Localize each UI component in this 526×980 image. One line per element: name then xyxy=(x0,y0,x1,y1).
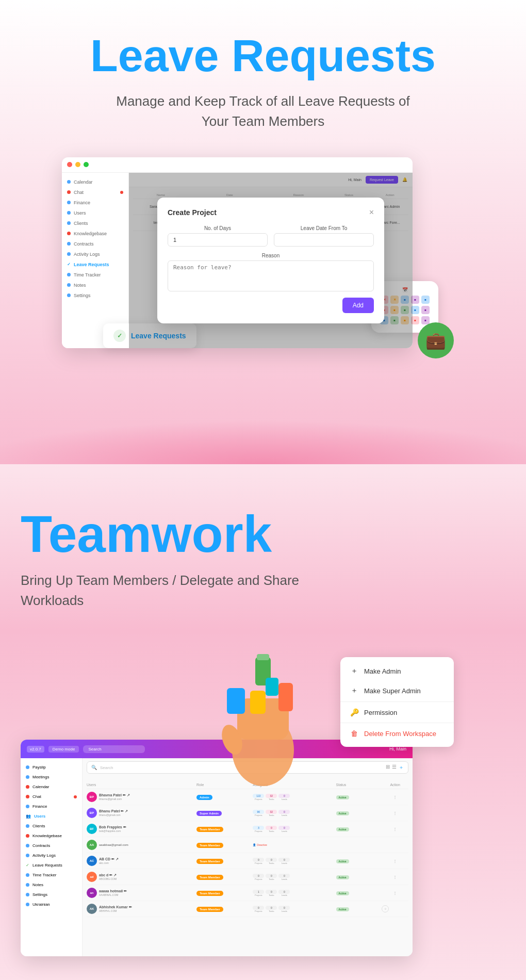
ctx-make-super-admin[interactable]: ＋ Make Super Admin xyxy=(340,681,454,700)
sidebar-item-contracts[interactable]: Contracts xyxy=(62,239,128,249)
window-maximize-dot xyxy=(84,162,89,167)
sidebar-item-chat-tw[interactable]: Chat xyxy=(21,792,82,802)
more-icon[interactable]: ⋮ xyxy=(393,795,397,799)
leads-count: 0 xyxy=(278,810,290,814)
ctx-permission[interactable]: 🔑 Permission xyxy=(340,703,454,722)
status-badge: Active xyxy=(336,891,349,895)
sidebar-item-settings[interactable]: Settings xyxy=(62,290,128,301)
sidebar-item-notes[interactable]: Notes xyxy=(62,280,128,290)
user-name: AB CD ✏ ↗ xyxy=(99,857,119,861)
action-cell[interactable]: ⋮ xyxy=(382,891,408,895)
sidebar-item-chat[interactable]: Chat xyxy=(62,187,128,198)
sidebar-dot xyxy=(26,785,29,789)
user-email: ABCDBG.COM xyxy=(99,877,117,880)
sidebar-label: Knowledgebase xyxy=(32,834,62,838)
sidebar-item-finance[interactable]: Finance xyxy=(62,198,128,208)
user-avatar: ad xyxy=(87,872,97,882)
sidebar-item-meetings[interactable]: Meetings xyxy=(21,772,82,782)
sidebar-dot xyxy=(26,805,29,808)
status-cell: Active xyxy=(336,891,379,895)
sidebar-item-leave-requests[interactable]: ✓ Leave Requests xyxy=(62,259,128,270)
add-button[interactable]: Add xyxy=(342,298,374,313)
sidebar-dot xyxy=(67,252,71,256)
assigned-stats: 3 Projects 0 Tasks 0 Lea xyxy=(253,826,333,832)
sidebar-item-contracts-tw[interactable]: Contracts xyxy=(21,841,82,851)
sidebar-dot xyxy=(26,873,29,877)
modal-header: Create Project × xyxy=(168,208,374,217)
sidebar-item-leave-tw[interactable]: ✓ Leave Requests xyxy=(21,860,82,870)
user-row-aaaaa: an aaaaa hotmail ✏ AAABINAL.COM Team Mem… xyxy=(87,885,408,901)
sidebar-dot xyxy=(26,844,29,847)
ctx-delete-workspace[interactable]: 🗑 Delete From Workspace xyxy=(340,724,454,743)
sidebar-item-users-tw[interactable]: 👥 Users xyxy=(21,811,82,821)
num-days-input[interactable] xyxy=(168,233,268,247)
more-icon[interactable]: ⋮ xyxy=(393,827,397,831)
projects-count: 1 xyxy=(253,890,264,894)
sidebar-item-time-tw[interactable]: Time Tracker xyxy=(21,870,82,880)
sidebar-item-settings-tw[interactable]: Settings xyxy=(21,890,82,900)
action-cell[interactable]: ⋮ xyxy=(382,859,408,863)
sidebar-item-activity-logs[interactable]: Activity Logs xyxy=(62,249,128,259)
action-circle[interactable]: ○ xyxy=(382,905,389,912)
plus-icon-2: ＋ xyxy=(350,686,359,695)
action-cell[interactable]: ⋮ xyxy=(382,827,408,831)
user-info: Bhanu Patel ✏ ↗ bhanu@gmail.com xyxy=(99,809,128,816)
user-info: abc d ✏ ↗ ABCDBG.COM xyxy=(99,873,117,880)
action-cell[interactable]: ⋮ xyxy=(382,875,408,879)
list-icon[interactable]: ☰ xyxy=(392,764,397,771)
user-row-deactive: AA aaabbaa@gmail.com Team Member 👤 xyxy=(87,837,408,853)
ctx-delete-label: Delete From Workspace xyxy=(364,730,436,738)
role-cell: Team Member xyxy=(196,891,250,895)
assigned-stats: 0 Projects 0 Tasks 0 Lea xyxy=(253,858,333,864)
more-icon[interactable]: ○ xyxy=(384,907,386,910)
user-cell: AA aaabbaa@gmail.com xyxy=(87,840,193,850)
window-titlebar xyxy=(62,157,413,173)
deactive-text: Deactive xyxy=(257,843,267,846)
sidebar-item-users[interactable]: Users xyxy=(62,208,128,218)
reason-group: Reason xyxy=(168,253,374,291)
sidebar-item-clients[interactable]: Clients xyxy=(62,218,128,228)
user-name: Bob Frapples ✏ xyxy=(99,825,126,829)
ctx-make-admin[interactable]: ＋ Make Admin xyxy=(340,661,454,681)
sidebar-item-kb-tw[interactable]: Knowledgebase xyxy=(21,831,82,841)
more-icon[interactable]: ⋮ xyxy=(393,811,397,815)
sidebar-item-calendar-tw[interactable]: Calendar xyxy=(21,782,82,792)
svg-rect-4 xyxy=(257,654,269,660)
more-icon[interactable]: ⋮ xyxy=(393,891,397,895)
sidebar-item-finance-tw[interactable]: Finance xyxy=(21,802,82,811)
tasks-count: 0 xyxy=(266,826,277,830)
sidebar-label: Clients xyxy=(74,221,88,226)
leads-count: 0 xyxy=(278,794,290,798)
sidebar-label: Notes xyxy=(74,283,86,288)
more-icon[interactable]: ⋮ xyxy=(393,859,397,863)
context-menu: ＋ Make Admin ＋ Make Super Admin 🔑 Permis… xyxy=(340,657,454,747)
user-info: Bob Frapples ✏ bob@frapples.com xyxy=(99,825,126,832)
action-cell[interactable]: ⋮ xyxy=(382,795,408,799)
action-cell[interactable]: ○ xyxy=(382,905,408,912)
demo-badge: Demo mode xyxy=(48,746,79,753)
action-cell[interactable]: ⋮ xyxy=(382,811,408,815)
leads-stat: 0 Leads xyxy=(278,826,290,832)
grid-icon[interactable]: ⊞ xyxy=(386,764,390,771)
status-badge: Active xyxy=(336,875,349,879)
sidebar-item-clients-tw[interactable]: Clients xyxy=(21,821,82,831)
key-icon: 🔑 xyxy=(350,708,359,716)
sidebar-item-payslip[interactable]: Payslip xyxy=(21,762,82,772)
role-cell: Team Member xyxy=(196,827,250,831)
sidebar-item-language[interactable]: Ukrainian xyxy=(21,900,82,909)
leave-date-input[interactable] xyxy=(274,233,374,247)
more-icon[interactable]: ⋮ xyxy=(393,875,397,879)
role-cell: Team Member xyxy=(196,859,250,863)
add-user-icon[interactable]: ＋ xyxy=(399,764,404,771)
leads-label: Leads xyxy=(278,910,290,912)
sidebar-item-time-tracker[interactable]: Time Tracker xyxy=(62,270,128,280)
reason-textarea[interactable] xyxy=(168,260,374,291)
top-search-bar[interactable]: Search xyxy=(83,745,145,753)
sidebar-item-calendar[interactable]: Calendar xyxy=(62,177,128,187)
deactive-label: 👤 Deactive xyxy=(253,843,333,846)
sidebar-item-notes-tw[interactable]: Notes xyxy=(21,880,82,890)
sidebar-item-knowledgebase[interactable]: Knowledgebase xyxy=(62,228,128,239)
sidebar-item-activity-tw[interactable]: Activity Logs xyxy=(21,851,82,860)
sidebar-dot xyxy=(26,834,29,838)
modal-close-button[interactable]: × xyxy=(369,208,374,217)
